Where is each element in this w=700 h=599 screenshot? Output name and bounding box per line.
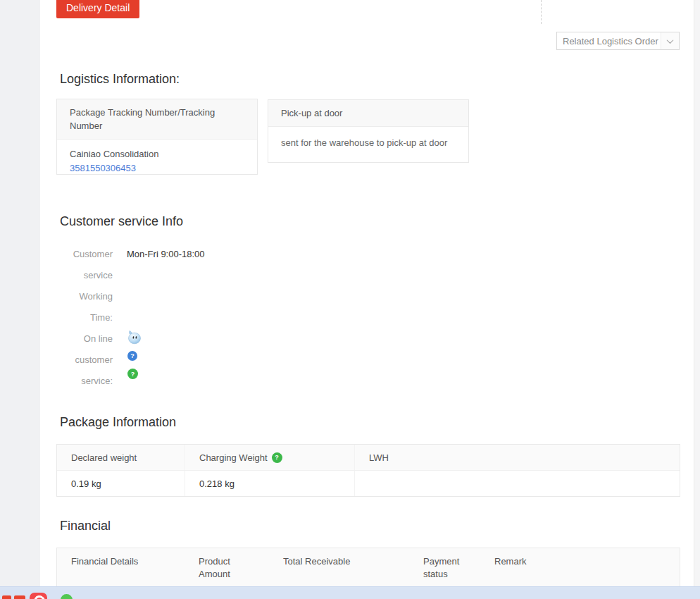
tracking-card: Package Tracking Number/Tracking Number … (56, 99, 258, 175)
package-table-row: 0.19 kg 0.218 kg (57, 471, 680, 496)
logistics-information-heading: Logistics Information: (60, 72, 180, 87)
financial-heading: Financial (60, 519, 111, 533)
pickup-card-header: Pick-up at door (268, 100, 468, 127)
column-header: Product Amount (185, 548, 269, 581)
lwh-value (355, 471, 680, 496)
taskbar-logo-fragment-icon[interactable] (14, 595, 25, 599)
dashed-divider (541, 0, 542, 24)
tracking-number-link[interactable]: 3581550306453 (70, 161, 136, 175)
label-line: On line (41, 328, 113, 350)
label-line: Customer (41, 244, 113, 265)
select-value: Related Logistics Order (557, 36, 661, 47)
wangwang-chat-icon[interactable] (127, 330, 142, 345)
delivery-detail-page: { "header": { "tab_label": "Delivery Det… (0, 0, 700, 599)
declared-weight-value: 0.19 kg (57, 471, 185, 496)
financial-table-header-row: Financial Details Product Amount Total R… (57, 548, 680, 586)
working-time-value: Mon-Fri 9:00-18:00 (127, 244, 205, 265)
left-margin-strip (0, 0, 40, 586)
column-header: Total Receivable (269, 548, 409, 568)
taskbar-green-app-icon[interactable] (61, 594, 73, 599)
chevron-down-icon (661, 32, 679, 49)
label-line: Time: (41, 307, 113, 328)
column-header: LWH (355, 445, 680, 470)
help-icon-blue[interactable]: ? (127, 351, 137, 361)
help-icon-green[interactable]: ? (127, 369, 138, 379)
pickup-card: Pick-up at door sent for the warehouse t… (268, 99, 469, 163)
online-customer-service-label: On line customer service: (41, 328, 113, 392)
working-time-label: Customer service Working Time: (41, 244, 113, 328)
taskbar-red-app-icon[interactable] (30, 593, 47, 599)
pickup-card-body: sent for the warehouse to pick-up at doo… (268, 127, 468, 158)
delivery-detail-tab[interactable]: Delivery Detail (56, 0, 139, 18)
taskbar (0, 586, 700, 599)
column-header: Financial Details (57, 548, 185, 568)
tracking-card-header: Package Tracking Number/Tracking Number (57, 99, 257, 140)
label-line: customer (41, 350, 113, 371)
package-table-header-row: Declared weight Charging Weight ? LWH (57, 445, 680, 471)
charging-weight-help-icon[interactable]: ? (272, 452, 282, 463)
financial-table: Financial Details Product Amount Total R… (56, 548, 680, 586)
label-line: service: (41, 371, 113, 392)
label-line: Working (41, 286, 113, 307)
package-information-table: Declared weight Charging Weight ? LWH 0.… (56, 444, 680, 497)
column-header: Charging Weight ? (185, 445, 355, 470)
column-header: Payment status (409, 548, 480, 581)
label-line: service (41, 265, 113, 286)
scrollbar[interactable] (694, 0, 700, 586)
online-service-icons: ? ? (127, 330, 144, 379)
taskbar-logo-fragment-icon[interactable] (2, 595, 11, 599)
carrier-name: Cainiao Consolidation (70, 147, 244, 161)
column-header: Remark (480, 548, 680, 568)
related-logistics-order-select[interactable]: Related Logistics Order (556, 32, 680, 50)
package-information-heading: Package Information (60, 415, 176, 430)
charging-weight-value: 0.218 kg (185, 471, 355, 496)
column-header: Declared weight (57, 445, 185, 470)
customer-service-heading: Customer service Info (60, 214, 183, 229)
